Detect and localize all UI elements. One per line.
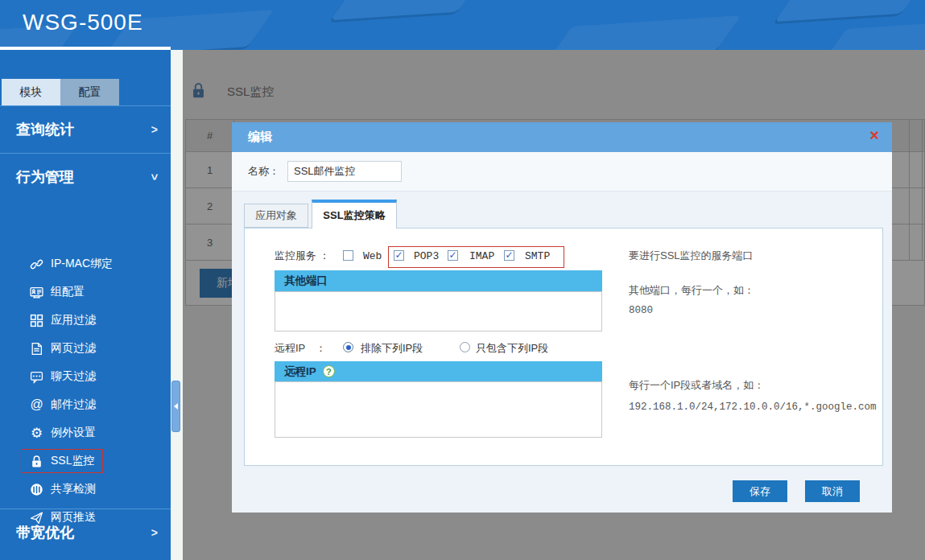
dialog-title: 编辑 (248, 130, 272, 145)
id-card-icon (30, 286, 43, 299)
remote-ip-header: 远程IP ? (275, 361, 602, 381)
sidebar-gutter (171, 50, 183, 560)
help-icon[interactable]: ? (323, 365, 335, 377)
sidebar-item-web-filter[interactable]: 网页过滤 (21, 336, 105, 360)
pop3-checkbox-label: POP3 (414, 250, 439, 262)
help-other-ports: 其他端口，每行一个，如： (629, 283, 754, 298)
exclude-ip-radio-label: 排除下列IP段 (361, 341, 423, 356)
help-service-ports: 要进行SSL监控的服务端口 (629, 249, 754, 263)
help-remote-ip: 每行一个IP段或者域名，如： (629, 378, 764, 393)
sidebar-item-exception-settings[interactable]: ⚙ 例外设置 (21, 421, 105, 445)
include-only-ip-radio-label: 只包含下列IP段 (476, 341, 548, 356)
sidebar-item-ip-mac-binding[interactable]: IP-MAC绑定 (21, 252, 122, 276)
cancel-button[interactable]: 取消 (805, 480, 860, 502)
collapse-arrow-icon (174, 403, 178, 410)
dialog-titlebar: 编辑 × (232, 122, 892, 152)
monitor-service-label: 监控服务 ： (275, 249, 330, 263)
chevron-right-icon: > (151, 526, 158, 539)
policy-panel: 监控服务 ： Web ✓ POP3 ✓ IMAP ✓ SMTP 其他端口 远程I… (244, 228, 883, 466)
sidebar-item-chat-filter[interactable]: 聊天过滤 (21, 364, 105, 389)
name-label: 名称： (248, 164, 279, 179)
tab-config[interactable]: 配置 (60, 79, 119, 105)
sidebar-item-app-filter[interactable]: 应用过滤 (21, 308, 105, 332)
sidebar-group-behavior-mgmt[interactable]: 行为管理 > (0, 153, 171, 200)
sidebar: 模块 配置 查询统计 > 行为管理 > IP-MAC绑定 组配置 (0, 50, 171, 560)
name-input[interactable] (287, 161, 402, 182)
sidebar-tabs: 模块 配置 (2, 79, 119, 105)
sidebar-items: IP-MAC绑定 组配置 应用过滤 网页过滤 (0, 252, 171, 533)
gear-icon: ⚙ (30, 426, 43, 440)
help-remote-ip-example: 192.168.1.0/24,172.10.0.0/16,*.google.co… (629, 401, 877, 413)
pop3-checkbox[interactable]: ✓ (394, 250, 404, 261)
sidebar-item-group-config[interactable]: 组配置 (21, 280, 93, 304)
remote-ip-label: 远程IP ： (275, 341, 326, 356)
other-ports-header: 其他端口 (275, 270, 602, 291)
sidebar-item-mail-filter[interactable]: @ 邮件过滤 (21, 393, 105, 417)
at-icon: @ (30, 398, 43, 412)
sidebar-item-ssl-monitor[interactable]: SSL监控 (21, 449, 103, 473)
chevron-right-icon: > (151, 123, 158, 136)
imap-checkbox[interactable]: ✓ (448, 250, 458, 261)
edit-dialog: 编辑 × 名称： 应用对象 SSL监控策略 监控服务 ： Web ✓ POP3 … (232, 122, 892, 513)
chat-icon (30, 370, 43, 384)
tab-ssl-monitor-policy[interactable]: SSL监控策略 (312, 200, 397, 229)
tab-apply-objects[interactable]: 应用对象 (244, 204, 308, 228)
webpage-icon (30, 342, 43, 356)
app-grid-icon (30, 314, 43, 327)
app-header: WSG-500E (0, 0, 925, 50)
close-icon[interactable]: × (869, 127, 879, 143)
exclude-ip-radio[interactable] (343, 342, 353, 352)
web-checkbox[interactable] (343, 250, 353, 261)
smtp-checkbox[interactable]: ✓ (504, 250, 514, 261)
link-icon (30, 257, 43, 271)
sidebar-item-share-detection[interactable]: 共享检测 (21, 477, 105, 501)
web-checkbox-label: Web (363, 250, 382, 262)
sidebar-collapse-handle[interactable] (171, 381, 180, 432)
tab-modules[interactable]: 模块 (2, 79, 60, 105)
help-other-ports-example: 8080 (629, 305, 653, 316)
include-only-ip-radio[interactable] (460, 342, 470, 352)
name-row: 名称： (232, 152, 892, 191)
share-icon (30, 483, 43, 496)
header-underline (0, 47, 171, 50)
remote-ip-textarea[interactable] (275, 381, 602, 438)
chevron-down-icon: > (148, 173, 161, 179)
smtp-checkbox-label: SMTP (525, 250, 550, 262)
lock-icon (30, 455, 43, 468)
app-title: WSG-500E (23, 10, 143, 35)
sidebar-group-bandwidth-opt[interactable]: 带宽优化 > (0, 509, 171, 555)
save-button[interactable]: 保存 (733, 480, 787, 502)
imap-checkbox-label: IMAP (469, 250, 494, 262)
sidebar-group-query-stats[interactable]: 查询统计 > (0, 105, 171, 152)
other-ports-textarea[interactable] (275, 291, 602, 331)
